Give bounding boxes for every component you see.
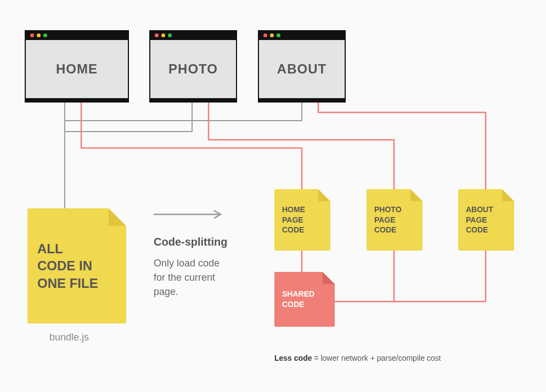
traffic-light-maximize-icon bbox=[277, 33, 280, 37]
window-bottombar bbox=[259, 98, 345, 103]
file-text-line: CODE bbox=[466, 225, 506, 235]
traffic-light-maximize-icon bbox=[43, 33, 47, 37]
browser-window-home: HOME bbox=[25, 30, 129, 103]
file-text-line: CODE bbox=[374, 225, 415, 235]
dogear-icon bbox=[410, 189, 423, 201]
browser-page-title: HOME bbox=[26, 40, 128, 98]
browser-page-title: ABOUT bbox=[259, 40, 345, 98]
footnote-bold: Less code bbox=[274, 354, 312, 362]
footnote-rest: = lower network + parse/compile cost bbox=[312, 354, 441, 362]
file-text-line: PHOTO bbox=[374, 204, 415, 215]
description-text: Only load code for the current page. bbox=[154, 256, 252, 299]
desc-line: Only load code bbox=[154, 258, 219, 269]
file-text-line: CODE bbox=[282, 299, 327, 310]
dogear-icon bbox=[323, 272, 335, 284]
dogear-icon bbox=[109, 208, 126, 226]
window-titlebar bbox=[150, 30, 236, 40]
explanation-block: Code-splitting Only load code for the cu… bbox=[154, 236, 252, 299]
browser-page-title: PHOTO bbox=[150, 40, 236, 98]
traffic-light-close-icon bbox=[155, 33, 159, 37]
traffic-light-minimize-icon bbox=[270, 33, 274, 37]
desc-line: page. bbox=[154, 286, 178, 297]
traffic-light-minimize-icon bbox=[37, 33, 41, 37]
file-text-line: PAGE bbox=[374, 215, 415, 225]
window-titlebar bbox=[26, 30, 128, 40]
bundle-filename-label: bundle.js bbox=[49, 332, 89, 343]
file-text-line: ALL bbox=[37, 240, 116, 257]
window-bottombar bbox=[150, 98, 236, 103]
file-text-line: CODE bbox=[282, 225, 323, 235]
traffic-light-minimize-icon bbox=[161, 33, 165, 37]
diagram-canvas: HOME PHOTO ABOUT ALL CODE IN ONE FILE bu… bbox=[0, 0, 546, 392]
file-chunk-home: HOME PAGE CODE bbox=[274, 189, 330, 251]
file-text-line: PAGE bbox=[466, 215, 506, 225]
file-chunk-photo: PHOTO PAGE CODE bbox=[367, 189, 423, 251]
file-text-line: HOME bbox=[282, 204, 323, 215]
dogear-icon bbox=[502, 189, 514, 201]
dogear-icon bbox=[318, 189, 330, 201]
file-text-line: CODE IN bbox=[37, 257, 116, 274]
file-text-line: PAGE bbox=[282, 215, 323, 225]
file-text-line: SHARED bbox=[282, 289, 327, 299]
browser-window-photo: PHOTO bbox=[149, 30, 237, 103]
traffic-light-close-icon bbox=[263, 33, 267, 37]
window-bottombar bbox=[26, 98, 128, 103]
desc-line: for the current bbox=[154, 272, 215, 283]
file-text-line: ABOUT bbox=[466, 204, 506, 215]
file-text-line: ONE FILE bbox=[37, 275, 116, 292]
file-chunk-shared: SHARED CODE bbox=[274, 272, 335, 327]
file-bundle: ALL CODE IN ONE FILE bbox=[27, 208, 126, 323]
browser-window-about: ABOUT bbox=[258, 30, 346, 103]
file-chunk-about: ABOUT PAGE CODE bbox=[458, 189, 514, 251]
traffic-light-close-icon bbox=[30, 33, 34, 37]
traffic-light-maximize-icon bbox=[168, 33, 172, 37]
heading-code-splitting: Code-splitting bbox=[154, 236, 252, 248]
window-titlebar bbox=[259, 30, 345, 40]
footnote-text: Less code = lower network + parse/compil… bbox=[274, 354, 441, 362]
